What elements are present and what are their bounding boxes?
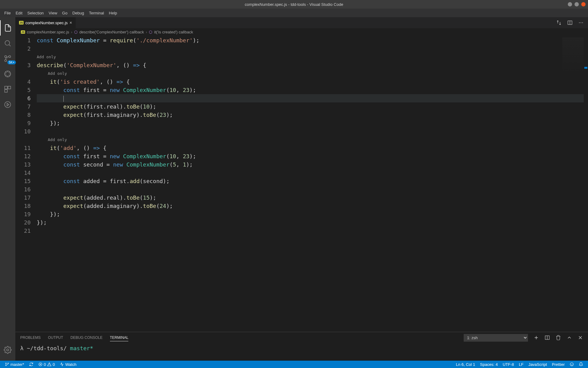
status-cursor-position[interactable]: Ln 6, Col 1 <box>454 362 478 367</box>
svg-point-8 <box>5 102 11 108</box>
panel-tab-terminal[interactable]: TERMINAL <box>110 334 129 341</box>
branch-icon <box>5 362 9 366</box>
window-controls <box>568 2 586 6</box>
files-icon <box>4 24 12 32</box>
panel-tab-debug-console[interactable]: DEBUG CONSOLE <box>70 334 103 341</box>
js-file-icon: JS <box>19 21 24 25</box>
status-indentation[interactable]: Spaces: 4 <box>478 362 500 367</box>
compare-changes-icon[interactable] <box>556 20 562 25</box>
code-content[interactable]: const ComplexNumber = require('./complex… <box>37 36 588 332</box>
tab-filename: complexNumber.spec.js <box>25 21 68 25</box>
menu-terminal[interactable]: Terminal <box>86 11 106 15</box>
activity-settings[interactable] <box>0 342 15 358</box>
panel-tab-output[interactable]: OUTPUT <box>48 334 63 341</box>
status-branch[interactable]: master* <box>2 362 27 367</box>
method-icon: ⬡ <box>74 30 77 34</box>
svg-point-2 <box>5 59 7 62</box>
menu-edit[interactable]: Edit <box>13 11 25 15</box>
status-encoding[interactable]: UTF-8 <box>500 362 516 367</box>
breadcrumb[interactable]: JS complexNumber.spec.js › ⬡ describe('C… <box>15 28 588 36</box>
close-button[interactable] <box>581 2 586 6</box>
panel-tabs: PROBLEMS OUTPUT DEBUG CONSOLE TERMINAL 1… <box>15 332 588 343</box>
menu-help[interactable]: Help <box>107 11 120 15</box>
bell-icon <box>579 362 583 366</box>
activity-extensions[interactable] <box>0 82 15 97</box>
sync-icon <box>29 362 33 366</box>
status-sync[interactable] <box>27 362 36 366</box>
line-gutter: 1 2 3 4 5 6 7 8 9 10 11 12 13 14 15 16 1… <box>15 36 37 332</box>
status-watch[interactable]: Watch <box>57 362 79 367</box>
status-prettier[interactable]: Prettier <box>549 362 567 367</box>
editor-area: JS complexNumber.spec.js × JS complexNum… <box>15 17 588 361</box>
codelens-add-only[interactable]: Add only <box>37 53 588 61</box>
menu-go[interactable]: Go <box>60 11 70 15</box>
svg-point-17 <box>8 363 8 363</box>
svg-point-9 <box>7 349 9 351</box>
minimize-button[interactable] <box>568 2 572 6</box>
svg-point-0 <box>5 40 9 45</box>
activitybar: 5K+ <box>0 17 15 361</box>
maximize-panel-icon[interactable] <box>567 335 572 340</box>
split-editor-icon[interactable] <box>567 20 573 25</box>
menu-file[interactable]: File <box>2 11 13 15</box>
status-notifications[interactable] <box>576 362 586 367</box>
tab-bar: JS complexNumber.spec.js × <box>15 17 588 28</box>
more-actions-icon[interactable] <box>578 20 584 25</box>
minimap[interactable] <box>562 37 584 74</box>
svg-point-19 <box>570 363 574 366</box>
svg-point-13 <box>582 22 583 23</box>
codelens-add-only[interactable]: Add only <box>37 136 588 144</box>
kill-terminal-icon[interactable] <box>556 335 561 340</box>
breadcrumb-describe[interactable]: describe('ComplexNumber') callback <box>79 30 144 34</box>
terminal-prompt-path: ~/tdd-tools/ <box>24 345 70 351</box>
terminal-prompt-symbol: λ <box>20 345 24 351</box>
status-problems[interactable]: 0 0 <box>36 362 57 367</box>
tab-close-button[interactable]: × <box>70 20 72 25</box>
editor[interactable]: 1 2 3 4 5 6 7 8 9 10 11 12 13 14 15 16 1… <box>15 36 588 332</box>
statusbar: master* 0 0 Watch Ln 6, Col 1 Spaces: 4 … <box>0 361 588 368</box>
error-icon <box>38 362 43 366</box>
smiley-icon <box>570 362 574 366</box>
new-terminal-icon[interactable] <box>533 335 539 340</box>
activity-search[interactable] <box>0 36 15 51</box>
watch-icon <box>60 362 64 366</box>
js-file-icon: JS <box>21 30 25 34</box>
titlebar: complexNumber.spec.js - tdd-tools - Visu… <box>0 0 588 9</box>
panel: PROBLEMS OUTPUT DEBUG CONSOLE TERMINAL 1… <box>15 332 588 361</box>
svg-point-16 <box>6 365 6 366</box>
breadcrumb-it[interactable]: it('is created') callback <box>154 30 193 34</box>
menu-view[interactable]: View <box>46 11 60 15</box>
activity-explorer[interactable] <box>0 20 15 36</box>
menu-selection[interactable]: Selection <box>25 11 46 15</box>
panel-tab-problems[interactable]: PROBLEMS <box>20 334 41 341</box>
window-title: complexNumber.spec.js - tdd-tools - Visu… <box>245 2 343 7</box>
breadcrumb-file[interactable]: complexNumber.spec.js <box>27 30 69 34</box>
warning-icon <box>47 362 51 366</box>
svg-rect-5 <box>5 86 7 89</box>
activity-debug[interactable] <box>0 66 15 82</box>
activity-test[interactable] <box>0 97 15 112</box>
terminal-select[interactable]: 1: zsh <box>464 334 528 342</box>
text-cursor <box>63 96 64 102</box>
split-terminal-icon[interactable] <box>545 335 550 340</box>
editor-actions <box>556 17 588 28</box>
maximize-button[interactable] <box>575 2 579 6</box>
status-language[interactable]: JavaScript <box>526 362 549 367</box>
status-eol[interactable]: LF <box>516 362 526 367</box>
activity-scm[interactable]: 5K+ <box>0 51 15 66</box>
svg-point-1 <box>9 56 11 58</box>
codelens-add-only[interactable]: Add only <box>37 69 588 78</box>
menu-debug[interactable]: Debug <box>70 11 86 15</box>
close-panel-icon[interactable] <box>578 335 583 340</box>
method-icon: ⬡ <box>149 30 152 34</box>
status-feedback[interactable] <box>567 362 576 367</box>
svg-rect-7 <box>5 90 7 92</box>
extensions-icon <box>4 85 12 93</box>
terminal-body[interactable]: λ ~/tdd-tools/ master* <box>15 343 588 361</box>
scrollbar[interactable] <box>584 36 588 332</box>
terminal-prompt-branch: master* <box>70 345 93 351</box>
editor-tab[interactable]: JS complexNumber.spec.js × <box>15 17 76 28</box>
svg-point-15 <box>6 363 6 363</box>
svg-point-12 <box>581 22 581 23</box>
chevron-right-icon: › <box>71 30 72 34</box>
